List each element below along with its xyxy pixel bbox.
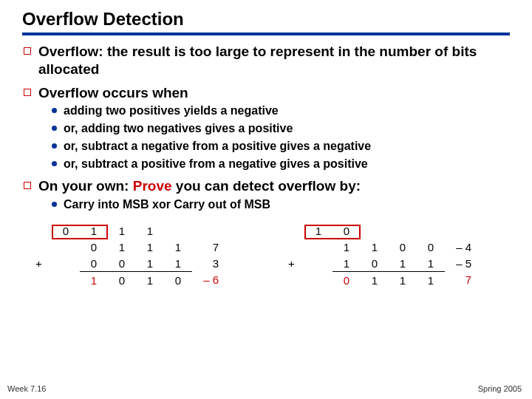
bit: 0 xyxy=(164,272,192,288)
bit: 1 xyxy=(417,272,445,288)
carry-row: 0 1 1 1 xyxy=(35,223,222,239)
bit: 1 xyxy=(164,239,192,256)
carry-bit: 1 xyxy=(80,223,108,239)
bit: 0 xyxy=(332,272,361,288)
result-row: 0 1 1 1 7 xyxy=(288,272,474,288)
bit: 1 xyxy=(136,272,164,288)
carry-bit: 1 xyxy=(136,223,164,239)
bit: 1 xyxy=(164,256,192,272)
dot-icon xyxy=(52,161,57,166)
own-prefix: On your own: xyxy=(38,178,133,194)
sub-bullet: or, adding two negatives gives a positiv… xyxy=(22,121,510,137)
operand-a-row: 1 1 0 0 – 4 xyxy=(288,239,474,256)
bit: 0 xyxy=(108,256,136,272)
decimal-value: – 4 xyxy=(445,239,474,256)
bit: 1 xyxy=(80,272,108,288)
operand-b-row: + 0 0 1 1 3 xyxy=(35,256,222,272)
bit: 0 xyxy=(389,239,417,256)
sub-text: or, adding two negatives gives a positiv… xyxy=(64,122,293,134)
decimal-value: 7 xyxy=(445,272,474,288)
title-rule xyxy=(22,33,510,35)
bit: 1 xyxy=(332,239,361,256)
bit: 1 xyxy=(332,256,361,272)
sub-bullet: or, subtract a negative from a positive … xyxy=(22,139,510,154)
example-left: 0 1 1 1 0 1 1 1 7 + 0 0 1 1 3 xyxy=(35,223,222,288)
bit: 0 xyxy=(108,272,136,288)
plus-sign: + xyxy=(35,256,52,272)
bit: 0 xyxy=(80,256,108,272)
carry-bit: 1 xyxy=(304,223,332,239)
bit: 1 xyxy=(108,239,136,256)
plus-sign: + xyxy=(288,256,304,272)
sub-text: Carry into MSB xor Carry out of MSB xyxy=(64,198,270,211)
hollow-square-icon xyxy=(24,182,31,189)
own-prove: Prove xyxy=(133,178,172,194)
sub-text: adding two positives yields a negative xyxy=(64,104,279,117)
decimal-value: 7 xyxy=(192,239,222,256)
carry-bit: 1 xyxy=(108,223,136,239)
own-suffix: you can detect overflow by: xyxy=(172,178,361,194)
decimal-value: 3 xyxy=(192,256,222,272)
dot-icon xyxy=(52,126,57,131)
sub-bullet-carry: Carry into MSB xor Carry out of MSB xyxy=(22,197,510,213)
addition-examples: 0 1 1 1 0 1 1 1 7 + 0 0 1 1 3 xyxy=(22,223,510,319)
example-right: 1 0 1 1 0 0 – 4 + 1 0 1 1 – 5 xyxy=(288,223,474,288)
dot-icon xyxy=(52,143,57,149)
bit: 1 xyxy=(417,256,445,272)
bullet-text: Overflow: the result is too large to rep… xyxy=(38,44,477,77)
sub-text: or, subtract a positive from a negative … xyxy=(64,157,368,170)
bit: 1 xyxy=(389,256,417,272)
bullet-overflow-def: Overflow: the result is too large to rep… xyxy=(22,43,510,78)
dot-icon xyxy=(52,202,57,207)
page-title: Overflow Detection xyxy=(22,9,510,30)
bit: 1 xyxy=(361,272,389,288)
carry-row: 1 0 xyxy=(288,223,474,239)
bit: 1 xyxy=(389,272,417,288)
bit: 1 xyxy=(136,256,164,272)
carry-bit: 0 xyxy=(52,223,80,239)
bit: 1 xyxy=(136,239,164,256)
sub-text: or, subtract a negative from a positive … xyxy=(64,140,371,152)
footer-right: Spring 2005 xyxy=(478,384,522,393)
bit: 0 xyxy=(361,256,389,272)
result-row: 1 0 1 0 – 6 xyxy=(35,272,222,288)
carry-bit: 0 xyxy=(332,223,361,239)
bit: 0 xyxy=(80,239,108,256)
dot-icon xyxy=(52,108,57,113)
operand-b-row: + 1 0 1 1 – 5 xyxy=(288,256,474,272)
slide-footer: Week 7.16 Spring 2005 xyxy=(7,384,522,393)
bullet-occurs-when: Overflow occurs when xyxy=(22,84,510,102)
sub-bullet: adding two positives yields a negative xyxy=(22,103,510,119)
bit: 0 xyxy=(417,239,445,256)
decimal-value: – 6 xyxy=(192,272,222,288)
bit: 1 xyxy=(361,239,389,256)
decimal-value: – 5 xyxy=(445,256,474,272)
bullet-text: Overflow occurs when xyxy=(38,85,188,100)
hollow-square-icon xyxy=(24,89,31,96)
footer-left: Week 7.16 xyxy=(7,384,46,393)
sub-bullet: or, subtract a positive from a negative … xyxy=(22,157,510,172)
bullet-on-your-own: On your own: Prove you can detect overfl… xyxy=(22,177,510,195)
operand-a-row: 0 1 1 1 7 xyxy=(35,239,222,256)
hollow-square-icon xyxy=(24,47,31,55)
